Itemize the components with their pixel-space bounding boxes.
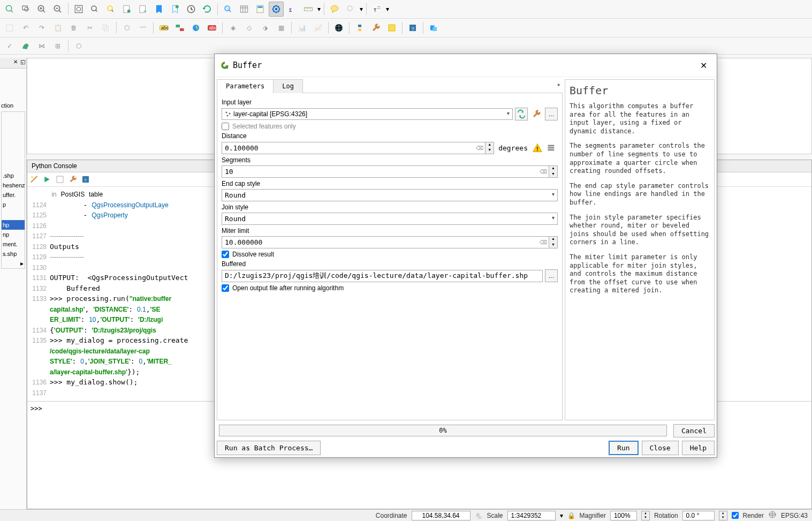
scale-field[interactable]: 1:3429352 bbox=[507, 511, 556, 520]
globe-icon[interactable] bbox=[331, 20, 346, 35]
batch-button[interactable]: Run as Batch Process… bbox=[217, 441, 321, 455]
help-button[interactable]: Help bbox=[682, 441, 715, 455]
zoom-sel-icon[interactable] bbox=[103, 2, 118, 17]
crs-icon[interactable] bbox=[768, 510, 777, 520]
attr-table-icon[interactable] bbox=[237, 2, 252, 17]
bookmark-icon[interactable] bbox=[151, 2, 166, 17]
labels-icon[interactable] bbox=[172, 20, 187, 35]
sigma-icon[interactable]: Σ bbox=[285, 2, 300, 17]
spin-up-icon[interactable]: ▲ bbox=[549, 166, 557, 172]
selected-only-checkbox[interactable] bbox=[222, 123, 229, 130]
clear-icon[interactable]: ⌫ bbox=[540, 168, 547, 176]
zoom-rect-icon[interactable] bbox=[18, 2, 33, 17]
dialog-tabs: Parameters Log bbox=[217, 79, 563, 93]
zoom-full-icon[interactable] bbox=[71, 2, 86, 17]
coord-field[interactable]: 104.58,34.64 bbox=[412, 511, 470, 520]
layer-item[interactable]: s.shp bbox=[2, 249, 25, 259]
miter-input[interactable] bbox=[222, 236, 549, 248]
clear-icon[interactable]: ⌫ bbox=[540, 239, 547, 246]
config-icon[interactable] bbox=[530, 108, 543, 120]
close-button[interactable]: Close bbox=[642, 441, 679, 455]
clear-icon[interactable]: ⌫ bbox=[476, 144, 483, 152]
dropdown-icon[interactable]: ▾ bbox=[317, 2, 321, 17]
scale-dropdown-icon[interactable]: ▾ bbox=[560, 512, 563, 519]
python-icon[interactable] bbox=[352, 20, 367, 35]
measure-icon[interactable] bbox=[301, 2, 316, 17]
console-settings-icon[interactable] bbox=[67, 174, 78, 185]
browse-icon[interactable]: … bbox=[545, 108, 558, 120]
close-icon[interactable]: ✕ bbox=[695, 57, 711, 73]
spin-down-icon[interactable]: ▼ bbox=[549, 243, 557, 248]
layer-item[interactable]: uffer. bbox=[2, 190, 25, 200]
console-run-icon[interactable] bbox=[42, 174, 52, 185]
layer-item-selected[interactable]: hp bbox=[2, 220, 25, 230]
dissolve-checkbox[interactable] bbox=[222, 251, 229, 258]
dialog-titlebar[interactable]: Buffer ✕ bbox=[215, 54, 717, 77]
zoom-in-icon[interactable] bbox=[34, 2, 49, 17]
svg-point-10 bbox=[127, 10, 131, 13]
new-layout-icon[interactable] bbox=[119, 2, 134, 17]
panel-undock-icon[interactable]: ◱ bbox=[20, 59, 25, 65]
refresh-icon[interactable] bbox=[200, 2, 215, 17]
open-output-checkbox[interactable] bbox=[222, 284, 229, 292]
diagram-icon[interactable] bbox=[188, 20, 203, 35]
scroll-right-icon[interactable]: ▸ bbox=[2, 259, 25, 268]
miter-label: Miter limit bbox=[222, 227, 558, 235]
spin-down-icon[interactable]: ▼ bbox=[485, 148, 494, 154]
expand-icon[interactable]: ▸ bbox=[558, 81, 560, 87]
mag-field[interactable]: 100% bbox=[610, 511, 637, 520]
bookmark-add-icon[interactable] bbox=[168, 2, 183, 17]
dropdown-icon[interactable]: ▾ bbox=[385, 2, 390, 17]
wrench-icon[interactable] bbox=[368, 20, 383, 35]
mag-spinner[interactable]: ▲▼ bbox=[641, 511, 650, 520]
abc-red-icon[interactable]: abc bbox=[204, 20, 219, 35]
panel-close-icon[interactable]: ✕ bbox=[13, 59, 18, 65]
dino-icon[interactable] bbox=[18, 39, 33, 54]
run-button[interactable]: Run bbox=[609, 441, 638, 455]
text-anno-icon[interactable]: T bbox=[369, 2, 384, 17]
joinstyle-select[interactable]: Round bbox=[222, 213, 558, 225]
console-help-icon[interactable]: ? bbox=[80, 174, 91, 185]
filter-icon[interactable] bbox=[221, 2, 236, 17]
rot-field[interactable]: 0.0 ° bbox=[682, 511, 715, 520]
output-browse-icon[interactable]: … bbox=[545, 269, 558, 282]
segments-input[interactable] bbox=[222, 165, 549, 178]
output-path-input[interactable] bbox=[222, 270, 543, 282]
lock-icon[interactable]: 🔒 bbox=[567, 512, 575, 519]
layer-item[interactable]: p bbox=[2, 200, 25, 209]
db-icon[interactable] bbox=[426, 20, 441, 35]
render-checkbox[interactable] bbox=[732, 512, 739, 519]
tip-icon[interactable] bbox=[327, 2, 342, 17]
console-editor-icon[interactable] bbox=[55, 174, 65, 185]
cancel-button[interactable]: Cancel bbox=[673, 424, 715, 437]
layer-item[interactable]: np bbox=[2, 230, 25, 239]
spin-up-icon[interactable]: ▲ bbox=[485, 142, 494, 148]
iterate-icon[interactable] bbox=[515, 108, 528, 120]
dropdown-icon[interactable]: ▾ bbox=[359, 2, 363, 17]
tab-parameters[interactable]: Parameters bbox=[217, 79, 274, 93]
calc-icon[interactable] bbox=[253, 2, 268, 17]
tab-log[interactable]: Log bbox=[273, 79, 303, 93]
temporal-icon[interactable] bbox=[184, 2, 199, 17]
data-defined-icon[interactable] bbox=[545, 141, 558, 154]
new-report-icon[interactable] bbox=[135, 2, 150, 17]
layer-item[interactable]: ment. bbox=[2, 239, 25, 249]
zoom-layer-icon[interactable] bbox=[87, 2, 102, 17]
endcap-select[interactable]: Round bbox=[222, 189, 558, 201]
zoom-poly-icon[interactable] bbox=[2, 2, 17, 17]
console-clear-icon[interactable] bbox=[29, 174, 40, 185]
label-abc-icon[interactable]: abc bbox=[156, 20, 171, 35]
spin-up-icon[interactable]: ▲ bbox=[549, 237, 557, 243]
epsg-label[interactable]: EPSG:43 bbox=[781, 512, 808, 519]
processing-icon[interactable] bbox=[384, 20, 399, 35]
help-icon[interactable]: ? bbox=[405, 20, 420, 35]
layer-item[interactable]: .shp bbox=[2, 171, 25, 180]
layer-item[interactable]: heshenz bbox=[2, 180, 25, 190]
toolbox-icon[interactable] bbox=[269, 2, 284, 17]
input-layer-select[interactable]: layer-capital [EPSG:4326] bbox=[222, 108, 513, 120]
spin-down-icon[interactable]: ▼ bbox=[549, 172, 557, 178]
extents-icon[interactable]: 🐁 bbox=[475, 512, 483, 519]
rot-spinner[interactable]: ▲▼ bbox=[719, 511, 727, 520]
zoom-out-icon[interactable] bbox=[50, 2, 65, 17]
distance-input[interactable] bbox=[222, 142, 485, 154]
